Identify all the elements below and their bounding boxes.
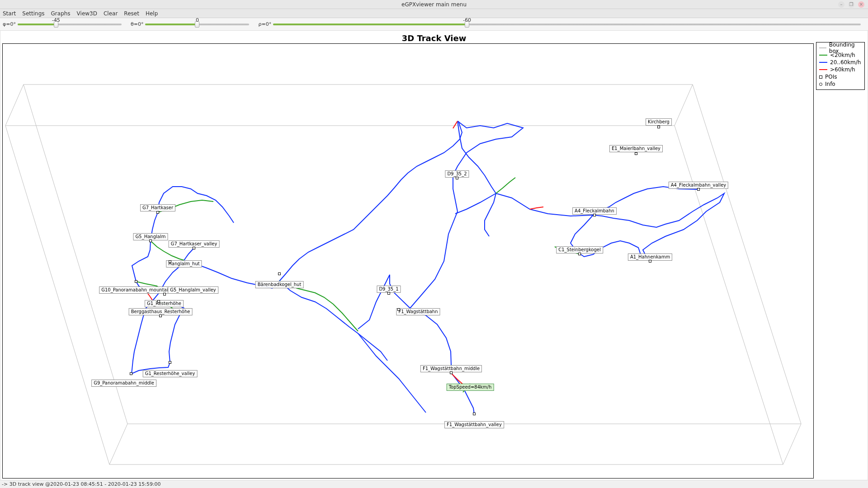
poi-marker — [163, 293, 166, 296]
poi-marker — [149, 239, 152, 242]
poi-marker — [593, 214, 596, 216]
menu-clear[interactable]: Clear — [104, 10, 118, 17]
status-bar: -> 3D track view @2020-01-23 08:45:51 - … — [0, 480, 868, 488]
menu-settings[interactable]: Settings — [22, 10, 44, 17]
poi-label: G10_Panoramabahn_mountain — [99, 286, 173, 294]
poi-label: G1_Resterhöhe_valley — [143, 370, 198, 377]
poi-label: F1_Wagstättbahn — [396, 308, 440, 315]
maximize-icon[interactable]: ❐ — [848, 1, 854, 8]
plot-title: 3D Track View — [402, 33, 467, 43]
slider-theta-group: θ=0° 0 — [131, 21, 249, 27]
legend-bbox: Bounding box — [819, 44, 862, 52]
legend-info: Info — [819, 80, 862, 88]
slider-phi[interactable]: -45 — [18, 23, 122, 25]
poi-label: G9_Panoramabahn_middle — [91, 380, 156, 387]
menu-start[interactable]: Start — [3, 10, 16, 17]
legend-mid: 20..60km/h — [819, 59, 862, 66]
slider-phi-group: φ=0° -45 — [3, 21, 122, 27]
poi-marker — [135, 280, 137, 283]
poi-marker — [130, 372, 132, 375]
poi-label: F1_Wagstättbahn_valley — [444, 421, 504, 428]
poi-label: G5_Hanglalm_valley — [168, 286, 218, 294]
plot-viewport[interactable]: 3D Track View Bounding box <20km/h 20..6… — [1, 31, 867, 480]
poi-marker — [397, 308, 400, 311]
poi-marker — [697, 188, 700, 191]
slider-phi-label: φ=0° — [3, 21, 16, 27]
title-bar: eGPXviewer main menu – ❐ × — [0, 0, 868, 9]
legend-pois: POIs — [819, 73, 862, 80]
slider-rho[interactable]: -60 — [273, 23, 861, 25]
poi-label: Bärenbadkogel_hut — [255, 281, 304, 288]
sliders-row: φ=0° -45 θ=0° 0 ρ=0° -60 — [0, 18, 868, 31]
window-controls: – ❐ × — [838, 1, 868, 8]
legend-fast: >60km/h — [819, 66, 862, 73]
poi-marker — [193, 247, 195, 249]
poi-marker — [450, 371, 453, 374]
slider-rho-group: ρ=0° -60 — [258, 21, 861, 27]
poi-marker — [387, 292, 390, 295]
poi-marker — [473, 413, 476, 415]
poi-label: E1_Maierlbahn_valley — [609, 145, 663, 152]
poi-marker — [635, 152, 637, 155]
menu-bar: Start Settings Graphs View3D Clear Reset… — [0, 9, 868, 18]
poi-marker — [578, 253, 581, 255]
poi-marker — [169, 260, 171, 263]
info-topspeed: TopSpeed=84km/h — [447, 384, 494, 391]
window-title: eGPXviewer main menu — [401, 1, 467, 8]
legend-box: Bounding box <20km/h 20..60km/h >60km/h … — [816, 42, 865, 90]
poi-marker — [657, 126, 660, 128]
poi-marker — [169, 361, 171, 364]
menu-help[interactable]: Help — [146, 10, 158, 17]
menu-reset[interactable]: Reset — [124, 10, 139, 17]
poi-label: Hanglalm_hut — [166, 260, 202, 267]
poi-label: G7_Hartkaser — [140, 204, 175, 211]
slider-rho-label: ρ=0° — [258, 21, 271, 27]
close-icon[interactable]: × — [858, 1, 864, 8]
plot-frame — [2, 43, 814, 479]
poi-label: G1_Resterhöhe — [145, 300, 184, 307]
poi-marker — [456, 177, 458, 179]
slider-theta-label: θ=0° — [131, 21, 143, 27]
poi-label: Kirchberg — [646, 118, 672, 126]
minimize-icon[interactable]: – — [838, 1, 844, 8]
menu-view3d[interactable]: View3D — [77, 10, 97, 17]
poi-marker — [649, 260, 651, 263]
poi-marker — [159, 314, 162, 317]
poi-marker — [157, 300, 160, 303]
poi-marker — [156, 211, 159, 214]
poi-marker — [278, 272, 281, 275]
menu-graphs[interactable]: Graphs — [51, 10, 71, 17]
slider-theta[interactable]: 0 — [145, 23, 249, 25]
